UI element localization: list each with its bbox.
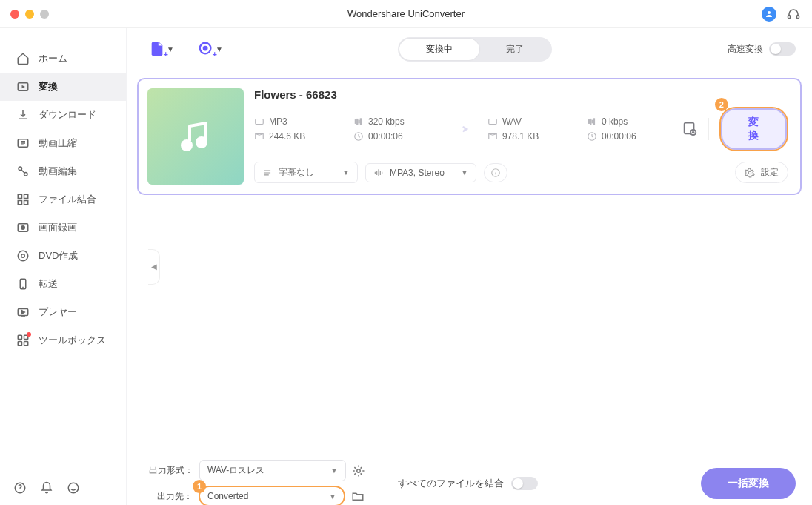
- batch-convert-button[interactable]: 一括変換: [701, 468, 796, 499]
- add-file-icon: +: [149, 41, 165, 57]
- step-badge-2: 2: [715, 98, 728, 111]
- tab-done[interactable]: 完了: [479, 39, 550, 60]
- feedback-icon[interactable]: [67, 481, 80, 495]
- svg-point-0: [768, 11, 771, 14]
- output-dir-value: Converted: [207, 491, 248, 501]
- svg-rect-32: [256, 119, 264, 125]
- info-button[interactable]: [484, 163, 508, 182]
- add-disc-button[interactable]: + ▼: [198, 41, 223, 57]
- svg-point-29: [204, 47, 207, 50]
- minimize-window-icon[interactable]: [25, 10, 34, 19]
- sidebar-item-convert[interactable]: 変換: [0, 73, 126, 101]
- open-folder-icon[interactable]: [351, 489, 365, 503]
- dst-format: WAV: [502, 116, 522, 127]
- svg-point-31: [198, 139, 205, 146]
- download-icon: [16, 108, 30, 122]
- convert-button[interactable]: 変換: [719, 107, 788, 151]
- sidebar-item-label: 動画圧縮: [39, 136, 77, 150]
- convert-icon: [16, 80, 30, 93]
- dvd-icon: [16, 249, 30, 263]
- svg-point-27: [68, 483, 79, 493]
- notification-dot-icon: [27, 332, 31, 337]
- chevron-down-icon: ▼: [461, 168, 468, 176]
- output-dir-select[interactable]: Converted ▼: [199, 486, 345, 505]
- svg-rect-33: [355, 120, 356, 124]
- help-icon[interactable]: [13, 481, 27, 495]
- add-file-button[interactable]: + ▼: [149, 41, 174, 57]
- sidebar-collapse-handle[interactable]: ◀: [148, 249, 160, 285]
- output-format-label: 出力形式：: [149, 464, 193, 477]
- sidebar-item-edit[interactable]: 動画編集: [0, 157, 126, 185]
- dst-bitrate: 0 kbps: [602, 116, 628, 127]
- maximize-window-icon[interactable]: [40, 10, 49, 19]
- output-format-value: WAV-ロスレス: [207, 464, 264, 477]
- src-size: 244.6 KB: [269, 131, 305, 142]
- main-panel: + ▼ + ▼ 変換中 完了: [126, 28, 812, 505]
- bell-icon[interactable]: [40, 481, 53, 495]
- arrow-icon: [448, 121, 479, 137]
- player-icon: [16, 306, 30, 319]
- svg-rect-38: [489, 119, 497, 125]
- preset-settings-button[interactable]: 設定: [735, 162, 788, 183]
- sidebar-item-home[interactable]: ホーム: [0, 44, 126, 73]
- audiotrack-value: MPA3, Stereo: [390, 168, 445, 178]
- svg-rect-42: [593, 119, 594, 125]
- svg-rect-36: [360, 119, 361, 125]
- svg-rect-41: [592, 120, 593, 123]
- sidebar-item-label: ツールボックス: [39, 334, 106, 347]
- sidebar-item-compress[interactable]: 動画圧縮: [0, 129, 126, 157]
- subtitle-select[interactable]: 字幕なし ▼: [254, 162, 358, 183]
- toolbar: + ▼ + ▼ 変換中 完了: [127, 28, 812, 70]
- audiotrack-select[interactable]: MPA3, Stereo ▼: [365, 163, 476, 182]
- app-window: Wondershare UniConverter ホーム 変換 ダウンロード: [0, 0, 812, 505]
- preset-settings-label: 設定: [761, 166, 779, 179]
- tab-converting[interactable]: 変換中: [399, 39, 479, 60]
- file-title: Flowers - 66823: [254, 88, 788, 101]
- user-avatar[interactable]: [762, 7, 776, 22]
- svg-point-15: [21, 254, 25, 258]
- merge-all-toggle[interactable]: [511, 477, 538, 490]
- merge-icon: [16, 193, 30, 206]
- output-format-settings-icon[interactable]: [352, 464, 365, 478]
- sidebar-item-label: DVD作成: [39, 249, 78, 263]
- svg-rect-39: [588, 120, 589, 124]
- svg-point-13: [21, 226, 25, 230]
- svg-rect-11: [24, 201, 28, 205]
- chevron-down-icon: ▼: [342, 168, 350, 176]
- close-window-icon[interactable]: [10, 10, 19, 19]
- svg-rect-40: [590, 119, 591, 125]
- src-bitrate: 320 kbps: [368, 116, 405, 127]
- svg-rect-35: [359, 120, 359, 123]
- src-duration: 00:00:06: [368, 131, 403, 142]
- sidebar-item-player[interactable]: プレヤー: [0, 298, 126, 326]
- sidebar-item-label: 画面録画: [39, 221, 77, 234]
- compress-icon: [16, 136, 30, 150]
- subtitle-value: 字幕なし: [279, 166, 314, 179]
- file-list: Flowers - 66823 MP3 320 kbps 244.6 KB 00…: [127, 70, 812, 455]
- svg-point-55: [357, 469, 361, 472]
- file-settings-icon[interactable]: [682, 120, 698, 139]
- svg-rect-1: [788, 15, 791, 19]
- file-thumbnail: [147, 88, 244, 185]
- output-dir-label: 出力先：: [157, 490, 193, 503]
- file-card: Flowers - 66823 MP3 320 kbps 244.6 KB 00…: [137, 78, 802, 195]
- sidebar-item-dvd[interactable]: DVD作成: [0, 242, 126, 270]
- home-icon: [16, 52, 30, 65]
- svg-rect-10: [18, 201, 21, 205]
- sidebar-item-download[interactable]: ダウンロード: [0, 101, 126, 129]
- sidebar-item-merge[interactable]: ファイル結合: [0, 185, 126, 214]
- sidebar-item-record[interactable]: 画面録画: [0, 214, 126, 242]
- svg-rect-34: [357, 119, 358, 125]
- sidebar-item-transfer[interactable]: 転送: [0, 270, 126, 298]
- add-disc-icon: +: [198, 41, 214, 57]
- divider: [708, 118, 709, 140]
- sidebar-item-toolbox[interactable]: ツールボックス: [0, 326, 126, 354]
- output-format-select[interactable]: WAV-ロスレス ▼: [199, 460, 346, 481]
- bottom-bar: 出力形式： WAV-ロスレス ▼ 出力先：: [127, 455, 812, 505]
- sidebar: ホーム 変換 ダウンロード 動画圧縮 動画編集 ファイル結合: [0, 28, 126, 505]
- sidebar-item-label: 転送: [39, 277, 58, 291]
- support-icon[interactable]: [787, 7, 800, 21]
- fast-convert-toggle[interactable]: [769, 42, 796, 56]
- step-badge-1: 1: [193, 480, 206, 493]
- target-meta: WAV 0 kbps 978.1 KB 00:00:06: [487, 116, 673, 142]
